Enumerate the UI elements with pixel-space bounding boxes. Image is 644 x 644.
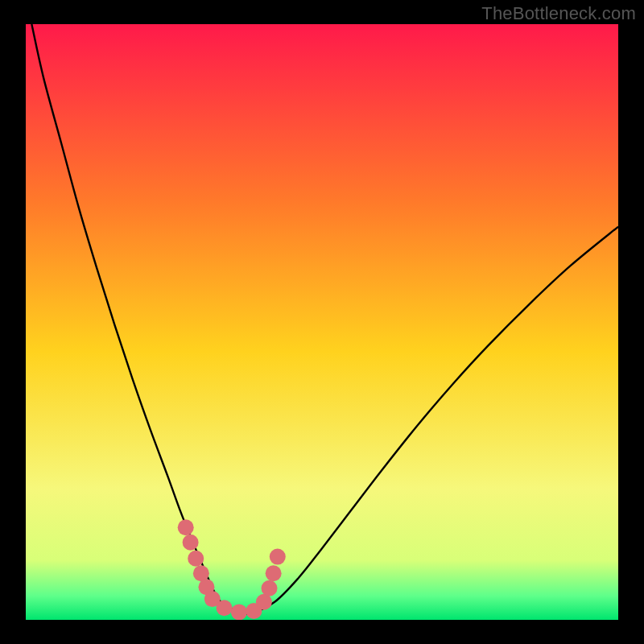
plot-area bbox=[26, 24, 618, 620]
curve-marker bbox=[188, 551, 204, 567]
curve-marker bbox=[193, 565, 209, 581]
curve-marker bbox=[270, 549, 286, 565]
curve-marker bbox=[266, 565, 282, 581]
chart-svg bbox=[26, 24, 618, 620]
curve-marker bbox=[178, 519, 194, 535]
curve-marker bbox=[217, 600, 233, 616]
curve-marker bbox=[183, 535, 199, 551]
watermark-text: TheBottleneck.com bbox=[481, 3, 636, 24]
curve-marker bbox=[256, 594, 272, 610]
chart-container: TheBottleneck.com bbox=[0, 0, 644, 644]
curve-marker bbox=[231, 604, 247, 620]
curve-marker bbox=[262, 580, 278, 597]
